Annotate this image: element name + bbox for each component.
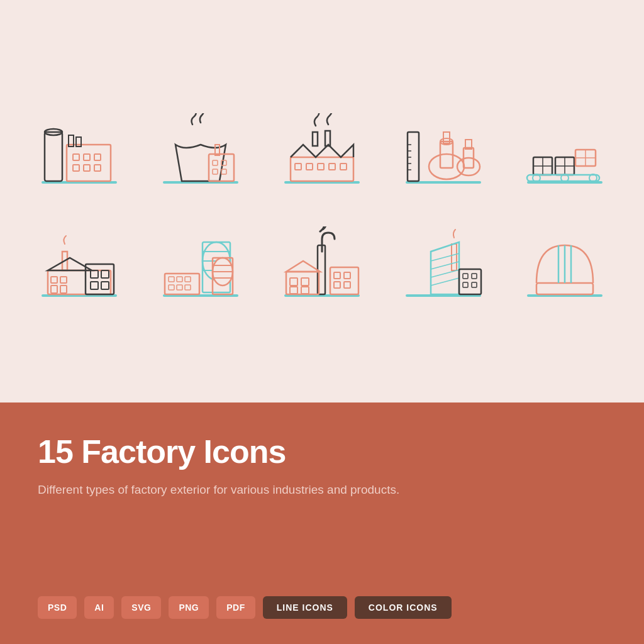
svg-rect-22 bbox=[306, 164, 313, 170]
svg-rect-8 bbox=[84, 165, 90, 171]
factory-icon-5 bbox=[523, 101, 606, 189]
svg-rect-113 bbox=[536, 283, 593, 294]
svg-rect-65 bbox=[91, 270, 98, 278]
svg-rect-4 bbox=[73, 154, 79, 160]
svg-rect-29 bbox=[408, 132, 419, 181]
color-icons-button[interactable]: COLOR ICONS bbox=[355, 596, 452, 619]
svg-rect-76 bbox=[185, 285, 191, 290]
svg-rect-66 bbox=[101, 270, 109, 278]
format-badge-ai: AI bbox=[84, 596, 114, 619]
product-info-section: 15 Factory Icons Different types of fact… bbox=[0, 402, 644, 644]
svg-rect-71 bbox=[169, 277, 174, 282]
svg-rect-24 bbox=[329, 164, 335, 170]
svg-rect-89 bbox=[286, 272, 319, 294]
factory-icon-10 bbox=[523, 214, 606, 302]
svg-rect-16 bbox=[213, 169, 218, 174]
svg-rect-68 bbox=[101, 282, 109, 289]
svg-rect-7 bbox=[73, 165, 79, 171]
svg-line-104 bbox=[431, 262, 459, 269]
svg-rect-23 bbox=[318, 164, 324, 170]
format-badge-png: PNG bbox=[169, 596, 209, 619]
svg-rect-75 bbox=[177, 285, 182, 290]
format-badge-svg: SVG bbox=[121, 596, 161, 619]
svg-rect-92 bbox=[301, 278, 309, 286]
svg-rect-5 bbox=[84, 154, 90, 160]
factory-icon-1 bbox=[38, 101, 121, 189]
svg-rect-60 bbox=[51, 277, 57, 283]
svg-rect-9 bbox=[94, 165, 101, 171]
factory-icon-7 bbox=[159, 214, 243, 302]
factory-icon-6 bbox=[38, 214, 121, 302]
svg-rect-3 bbox=[67, 145, 111, 181]
factory-icon-4 bbox=[401, 101, 485, 189]
svg-rect-72 bbox=[177, 277, 182, 282]
icon-row-2 bbox=[38, 214, 606, 302]
svg-line-103 bbox=[431, 253, 459, 261]
svg-rect-109 bbox=[472, 274, 477, 279]
button-row: PSD AI SVG PNG PDF LINE ICONS COLOR ICON… bbox=[38, 596, 606, 619]
svg-rect-49 bbox=[527, 175, 599, 181]
svg-rect-101 bbox=[452, 244, 457, 270]
svg-rect-95 bbox=[330, 267, 358, 294]
format-badge-pdf: PDF bbox=[216, 596, 255, 619]
icon-row-1 bbox=[38, 101, 606, 189]
svg-line-106 bbox=[431, 278, 459, 286]
svg-rect-6 bbox=[94, 154, 101, 160]
svg-rect-14 bbox=[213, 160, 218, 165]
svg-rect-108 bbox=[463, 274, 468, 279]
svg-rect-93 bbox=[290, 287, 297, 294]
factory-icon-2 bbox=[159, 101, 243, 189]
svg-rect-1 bbox=[45, 132, 62, 181]
svg-rect-26 bbox=[313, 132, 318, 146]
format-badge-psd: PSD bbox=[38, 596, 77, 619]
svg-rect-67 bbox=[91, 282, 98, 289]
svg-rect-61 bbox=[60, 277, 67, 283]
product-title: 15 Factory Icons bbox=[38, 434, 606, 470]
line-icons-button[interactable]: LINE ICONS bbox=[263, 596, 347, 619]
svg-rect-21 bbox=[295, 164, 301, 170]
svg-rect-73 bbox=[185, 277, 191, 282]
factory-icon-8 bbox=[280, 214, 364, 302]
svg-rect-62 bbox=[51, 286, 57, 293]
svg-rect-27 bbox=[325, 131, 330, 146]
svg-rect-111 bbox=[472, 282, 477, 287]
svg-rect-110 bbox=[463, 282, 468, 287]
svg-rect-98 bbox=[334, 282, 340, 288]
svg-rect-74 bbox=[169, 285, 174, 290]
svg-rect-97 bbox=[344, 272, 350, 279]
factory-icon-9 bbox=[401, 214, 485, 302]
svg-line-105 bbox=[431, 270, 459, 277]
svg-rect-63 bbox=[60, 286, 67, 293]
factory-icon-3 bbox=[280, 101, 364, 189]
svg-rect-107 bbox=[459, 269, 481, 294]
svg-rect-91 bbox=[290, 278, 297, 286]
svg-rect-96 bbox=[334, 272, 340, 279]
icon-showcase-area bbox=[0, 0, 644, 402]
svg-rect-25 bbox=[340, 164, 347, 170]
svg-rect-99 bbox=[344, 282, 350, 288]
product-subtitle: Different types of factory exterior for … bbox=[38, 481, 606, 499]
svg-marker-90 bbox=[286, 261, 320, 272]
svg-rect-94 bbox=[301, 287, 309, 294]
svg-point-39 bbox=[457, 158, 480, 175]
svg-point-35 bbox=[429, 154, 464, 179]
